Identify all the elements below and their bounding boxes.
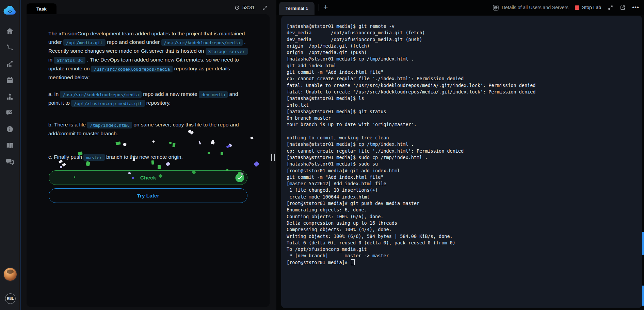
terminal-line: Total 6 (delta 0), reused 0 (delta 0), p… [287, 240, 642, 246]
terminal-line: On branch master [287, 115, 642, 121]
terminal-line: Compressing objects: 100% (4/4), done. [287, 226, 642, 233]
inline-code-chip: master [83, 154, 104, 161]
terminal-line: [natasha@ststor01 media]$ sudo cp /tmp/i… [287, 154, 642, 161]
sidebar-nav [0, 27, 20, 166]
terminal-line: [natasha@ststor01 media]$ git status [287, 108, 642, 115]
terminal-line: git commit -m "Add index.html file" [287, 69, 642, 75]
inline-code-chip: Stratos DC [54, 57, 85, 64]
task-description: The xFusionCorp development team added u… [27, 14, 270, 161]
terminal-cursor [351, 259, 355, 265]
feedback-icon[interactable] [6, 109, 14, 117]
progress-icon[interactable] [6, 60, 14, 68]
inline-code-chip: /usr/src/kodekloudrepos/media [161, 39, 243, 46]
info-icon[interactable] [6, 125, 14, 133]
terminal-tab-label: Terminal 1 [286, 6, 308, 11]
left-sidebar: <> RBL [0, 0, 20, 310]
red-square-icon [575, 5, 579, 10]
terminal-line: nothing to commit, working tree clean [287, 135, 642, 141]
calendar-icon[interactable] [6, 76, 14, 84]
try-later-button-label: Try Later [137, 193, 159, 199]
inline-code-chip: /opt/media.git [63, 39, 106, 46]
user-initials-badge[interactable]: RBL [5, 293, 16, 304]
details-users-servers-button[interactable]: Details of all Users and Servers [493, 4, 568, 11]
try-later-button[interactable]: Try Later [49, 188, 247, 203]
terminal-line: [natasha@ststor01 media]$ cp /tmp/index.… [287, 56, 642, 62]
terminal-line: origin /opt/media.git (push) [287, 49, 642, 56]
terminal-line: create mode 100644 index.html [287, 194, 642, 200]
task-step-b: b. There is a file /tmp/index.html on sa… [48, 120, 248, 138]
terminal-line: Counting objects: 100% (6/6), done. [287, 213, 642, 220]
terminal-line: fatal: Unable to create '/usr/src/kodekl… [287, 89, 642, 95]
check-button[interactable]: Check [49, 170, 247, 185]
check-success-icon [235, 173, 244, 182]
new-terminal-button[interactable]: + [323, 2, 328, 13]
tab-separator [319, 4, 319, 11]
stop-lab-label: Stop Lab [582, 5, 601, 10]
inline-code-chip: /tmp/index.html [87, 122, 132, 129]
inline-code-chip: dev_media [199, 91, 228, 98]
scrollbar-thumb[interactable] [642, 232, 644, 255]
tab-terminal-1[interactable]: Terminal 1 [279, 2, 315, 15]
stopwatch-icon [234, 4, 240, 10]
terminal-line: * [new branch] master -> master [287, 253, 642, 259]
terminal-line: origin /opt/media.git (fetch) [287, 43, 642, 49]
terminal-region: Terminal 1 + Details of all Users and Se… [276, 0, 644, 310]
leaderboard-icon[interactable] [6, 92, 14, 101]
kodekloud-cloud-logo[interactable]: <> [2, 3, 18, 17]
inline-code-chip: Storage server [206, 48, 248, 55]
terminal-line: cp: cannot create regular file './index.… [287, 75, 642, 82]
terminal-line: Writing objects: 100% (6/6), 584 bytes |… [287, 233, 642, 240]
terminal-line: [natasha@ststor01 media]$ cp /tmp/index.… [287, 141, 642, 148]
terminal-fullscreen-icon[interactable] [608, 5, 613, 11]
terminal-line: git commit -m "Add index.html file" [287, 174, 642, 180]
task-fullscreen-icon[interactable] [262, 5, 268, 11]
chat-icon[interactable] [6, 158, 14, 166]
terminal-line [287, 128, 642, 135]
task-step-a: a. In /usr/src/kodekloudrepos/media repo… [48, 90, 248, 107]
terminal-line: Delta compression using up to 16 threads [287, 220, 642, 226]
terminal-line: fatal: Unable to create '/usr/src/kodekl… [287, 82, 642, 89]
terminal-line: [root@ststor01 media]# git push dev_medi… [287, 200, 642, 207]
task-panel: The xFusionCorp development team added u… [27, 14, 270, 307]
check-button-label: Check [140, 175, 156, 181]
inline-code-chip: /opt/xfusioncorp_media.git [71, 100, 145, 107]
terminal-line: [master 5572612] Add index.html file [287, 180, 642, 187]
terminal-line: Enumerating objects: 6, done. [287, 207, 642, 213]
learning-path-icon[interactable] [6, 44, 14, 52]
home-icon[interactable] [6, 27, 14, 35]
open-in-new-window-icon[interactable] [620, 5, 626, 11]
tab-task[interactable]: Task [27, 3, 57, 14]
terminal-line: To /opt/xfusioncorp_media.git [287, 246, 642, 253]
terminal-line: cp: cannot create regular file './index.… [287, 148, 642, 154]
terminal-line: git add index.html [287, 63, 642, 69]
terminal-line: [natasha@ststor01 media]$ ls [287, 95, 642, 102]
details-button-label: Details of all Users and Servers [502, 5, 568, 10]
terminal-line: 1 file changed, 10 insertions(+) [287, 187, 642, 193]
terminal-output[interactable]: [natasha@ststor01 media]$ git remote -vd… [281, 16, 642, 308]
task-tab-label: Task [36, 6, 47, 12]
panel-resize-handle[interactable] [271, 154, 275, 161]
inline-code-chip: /usr/src/kodekloudrepos/media [60, 91, 141, 98]
globe-icon [493, 4, 499, 11]
user-avatar[interactable] [4, 268, 17, 281]
stop-lab-button[interactable]: Stop Lab [575, 5, 601, 10]
svg-text:<>: <> [8, 9, 13, 14]
terminal-line: [natasha@ststor01 media]$ sudo su [287, 161, 642, 167]
terminal-line: dev_media /opt/xfusioncorp_media.git (fe… [287, 30, 642, 36]
more-options-icon[interactable]: ••• [632, 6, 639, 9]
docs-icon[interactable] [6, 141, 14, 150]
terminal-line: [root@ststor01 media]# [287, 259, 642, 266]
terminal-line: [root@ststor01 media]# git add index.htm… [287, 168, 642, 174]
terminal-line: [natasha@ststor01 media]$ git remote -v [287, 23, 642, 30]
lab-timer: 53:31 [234, 4, 255, 10]
terminal-line: dev_media /opt/xfusioncorp_media.git (pu… [287, 36, 642, 43]
terminal-tabbar: Terminal 1 + Details of all Users and Se… [276, 0, 644, 15]
inline-code-chip: /usr/src/kodekloudrepos/media [91, 66, 173, 73]
terminal-line: info.txt [287, 102, 642, 108]
terminal-line: Your branch is up to date with 'origin/m… [287, 121, 642, 128]
scrollbar-thumb-bottom[interactable] [642, 286, 644, 306]
timer-value: 53:31 [242, 5, 255, 10]
task-step-c: c. Finally push master branch to this ne… [48, 153, 248, 161]
task-intro: The xFusionCorp development team added u… [48, 29, 248, 82]
